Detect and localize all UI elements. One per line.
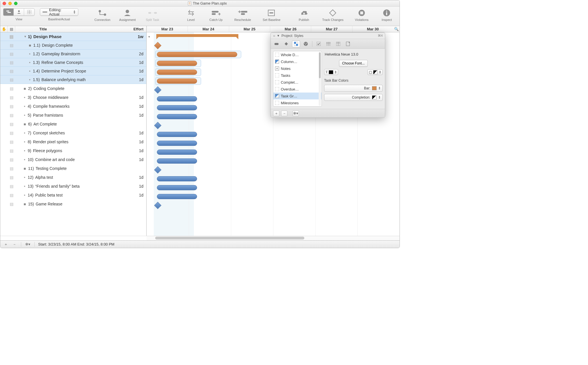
task-row[interactable]: ▤●1.4)Determine Project Scope1d — [0, 66, 146, 75]
inspector-remove-button[interactable]: － — [281, 111, 287, 116]
milestone-diamond[interactable] — [154, 202, 161, 209]
task-bar[interactable] — [157, 96, 197, 101]
task-bar[interactable] — [157, 194, 197, 199]
task-row[interactable]: ▤●3)Choose middleware1d — [0, 93, 146, 102]
note-icon[interactable]: ▤ — [8, 113, 15, 117]
view-mode-gantt[interactable] — [3, 9, 14, 15]
choose-font-button[interactable]: Choose Font... — [339, 60, 368, 67]
note-icon[interactable]: ▤ — [8, 166, 15, 171]
style-list-item[interactable]: Milestones — [273, 99, 322, 106]
inspector-tab-task[interactable] — [272, 40, 281, 47]
inspector-tab-checkbox[interactable] — [315, 40, 323, 47]
inspector-tab-columns[interactable] — [334, 40, 342, 47]
zoom-window-button[interactable] — [14, 2, 17, 5]
task-row[interactable]: ▤●13)“Friends and family” beta1d — [0, 182, 146, 191]
note-icon[interactable]: ▤ — [8, 131, 15, 135]
note-icon[interactable]: ▤ — [8, 140, 15, 144]
violations-button[interactable]: Violations — [352, 8, 371, 21]
zoom-timeline-icon[interactable]: 🔍 — [393, 26, 400, 32]
view-mode-resource[interactable] — [14, 9, 24, 15]
styles-list[interactable]: Whole D…Column…ANotesTasksComplet…Overdu… — [273, 51, 322, 107]
gantt-row[interactable] — [147, 192, 400, 201]
task-bar[interactable] — [157, 176, 197, 181]
task-bar[interactable] — [157, 105, 197, 110]
style-list-item[interactable]: Column… — [273, 58, 322, 65]
milestone-diamond[interactable] — [154, 86, 161, 93]
note-icon[interactable]: ▤ — [8, 193, 15, 197]
level-button[interactable]: Level — [181, 8, 201, 21]
note-icon[interactable]: ▤ — [8, 104, 15, 109]
note-icon[interactable]: ▤ — [8, 86, 15, 91]
effort-column-header[interactable]: Effort — [126, 26, 147, 32]
horizontal-scrollbar[interactable] — [0, 236, 400, 240]
task-row[interactable]: ▤●1.2)Gameplay Brainstorm2d — [0, 49, 146, 58]
note-icon[interactable]: ▤ — [8, 95, 15, 100]
completion-color-button[interactable]: Completion:▲▼ — [324, 94, 383, 101]
track-changes-button[interactable]: Track Changes — [319, 8, 346, 21]
note-icon[interactable]: ▤ — [8, 60, 15, 65]
date-column[interactable]: Mar 25 — [229, 26, 270, 32]
task-row[interactable]: ▤●9)Fleece polygons1d — [0, 146, 146, 155]
gantt-row[interactable] — [147, 174, 400, 183]
disclosure-icon[interactable]: ▼ — [277, 34, 280, 37]
note-icon[interactable]: ▤ — [8, 202, 15, 206]
style-list-item[interactable]: Whole D… — [273, 51, 322, 58]
title-column-header[interactable]: Title — [15, 26, 126, 32]
minimize-window-button[interactable] — [8, 2, 12, 5]
gantt-row[interactable] — [147, 157, 400, 166]
set-baseline-button[interactable]: Set Baseline — [259, 8, 284, 21]
style-list-item[interactable]: ANotes — [273, 65, 322, 72]
task-row[interactable]: ▤●8)Render pixel sprites1d — [0, 137, 146, 146]
chevron-down-icon[interactable]: ▼ — [24, 35, 27, 38]
task-row[interactable]: ▤●1.3)Refine Game Concepts1d — [0, 58, 146, 67]
chevron-down-icon[interactable]: ▼ — [148, 35, 151, 38]
date-column[interactable]: Mar 26 — [270, 26, 311, 32]
close-inspector-icon[interactable]: ○ — [273, 34, 275, 38]
task-row[interactable]: ▤◆1.1)Design Complete — [0, 41, 146, 50]
gantt-row[interactable] — [147, 148, 400, 157]
task-row[interactable]: ▤●7)Concept sketches1d — [0, 128, 146, 137]
note-icon[interactable]: ▤ — [8, 175, 15, 180]
task-row[interactable]: ▤◆15)Game Release — [0, 199, 146, 208]
gantt-row[interactable] — [147, 201, 400, 210]
inspector-tab-milestone[interactable] — [282, 40, 290, 47]
task-bar[interactable] — [157, 61, 197, 66]
note-icon[interactable]: ▤ — [8, 43, 15, 48]
baseline-actual-dropdown[interactable]: Editing: Actual ▲▼ — [40, 8, 78, 16]
reschedule-button[interactable]: Reschedule — [231, 8, 254, 21]
task-row[interactable]: ▤▼1)Design Phase1w — [0, 32, 146, 41]
task-row[interactable]: ▤●5)Parse framistans1d — [0, 111, 146, 119]
task-row[interactable]: ▤●10)Combine art and code1d — [0, 155, 146, 164]
task-bar[interactable] — [157, 141, 197, 146]
task-bar[interactable] — [157, 132, 197, 137]
date-column[interactable]: Mar 27 — [311, 26, 352, 32]
milestone-diamond[interactable] — [154, 42, 161, 49]
remove-row-button[interactable]: － — [11, 242, 17, 247]
milestone-diamond[interactable] — [154, 122, 161, 129]
note-icon[interactable]: ▤ — [8, 69, 15, 73]
milestone-diamond[interactable] — [154, 166, 161, 173]
task-bar[interactable] — [157, 114, 197, 119]
date-column[interactable]: Mar 24 — [188, 26, 229, 32]
date-column[interactable]: Mar 30 — [352, 26, 393, 32]
note-icon[interactable]: ▤ — [8, 184, 15, 189]
style-list-item[interactable]: Overdue… — [273, 86, 322, 93]
task-row[interactable]: ▤●1.5)Balance underlying math1d — [0, 75, 146, 84]
publish-button[interactable]: Publish — [294, 8, 314, 21]
note-icon[interactable]: ▤ — [8, 122, 15, 126]
task-row[interactable]: ▤●12)Alpha test1d — [0, 173, 146, 182]
close-window-button[interactable] — [3, 2, 6, 5]
task-bar[interactable] — [157, 79, 197, 84]
gantt-row[interactable] — [147, 121, 400, 130]
task-row[interactable]: ▤◆6)Art Complete — [0, 119, 146, 128]
inspect-button[interactable]: Inspect — [377, 8, 397, 21]
action-menu-button[interactable]: ✻▾ — [25, 242, 31, 247]
style-list-item[interactable]: Complet… — [273, 79, 322, 86]
task-row[interactable]: ▤●14)Public beta test1d — [0, 191, 146, 199]
task-bar[interactable] — [157, 158, 197, 164]
inspector-tab-export[interactable] — [344, 40, 352, 47]
bar-color-button[interactable]: Bar:▲▼ — [324, 85, 383, 92]
assignment-button[interactable]: Assignment — [118, 8, 137, 21]
connection-button[interactable]: Connection — [92, 8, 112, 21]
note-icon[interactable]: ▤ — [8, 157, 15, 162]
